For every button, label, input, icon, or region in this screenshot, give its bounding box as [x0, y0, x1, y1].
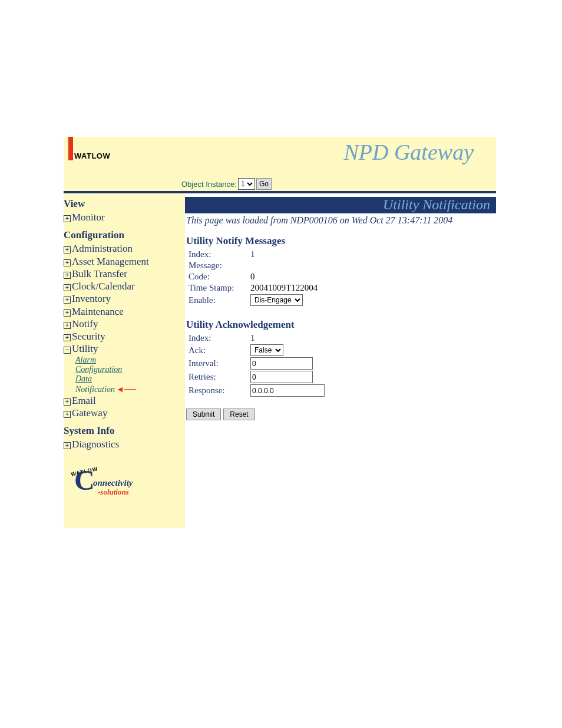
- sidebar-item-label: Monitor: [72, 212, 105, 223]
- instance-controls: Object Instance: 1 Go: [181, 178, 272, 190]
- sidebar: View +Monitor Configuration +Administrat…: [64, 193, 185, 528]
- submit-button[interactable]: Submit: [186, 409, 221, 420]
- sidebar-item-label: Email: [72, 395, 96, 406]
- sidebar-heading-configuration: Configuration: [64, 229, 181, 241]
- load-banner: This page was loaded from NDP000106 on W…: [185, 213, 496, 232]
- ack-interval-label: Interval:: [189, 358, 250, 368]
- sidebar-item-label: Diagnostics: [72, 439, 119, 450]
- notify-code-row: Code: 0: [185, 272, 496, 282]
- form-button-row: Submit Reset: [186, 409, 496, 420]
- expand-icon: +: [64, 442, 71, 449]
- sidebar-item-label: Asset Management: [72, 256, 149, 267]
- sidebar-item-utility[interactable]: −Utility: [64, 342, 181, 355]
- expand-icon: +: [64, 284, 71, 291]
- notify-timestamp-value: 20041009T122004: [250, 283, 318, 293]
- sidebar-item-maintenance[interactable]: +Maintenance: [64, 305, 181, 318]
- sub-link-notification[interactable]: Notification: [75, 385, 115, 394]
- notify-index-value: 1: [250, 249, 255, 259]
- ack-index-value: 1: [250, 333, 255, 343]
- sidebar-item-label: Security: [72, 331, 105, 342]
- ack-index-row: Index: 1: [185, 333, 496, 343]
- brand-text: WATLOW: [74, 151, 110, 160]
- footer-logo-c-icon: C: [74, 464, 95, 496]
- footer-logo: WATLOW C onnectivity -solutions: [70, 466, 152, 499]
- sidebar-item-label: Inventory: [72, 293, 111, 304]
- sidebar-item-clock-calendar[interactable]: +Clock/Calendar: [64, 280, 181, 292]
- expand-icon: +: [64, 297, 71, 304]
- expand-icon: +: [64, 259, 71, 266]
- arrow-left-icon: ◄──: [116, 385, 136, 394]
- notify-code-value: 0: [250, 272, 255, 282]
- page-title: Utility Notification: [185, 197, 496, 213]
- sidebar-item-label: Maintenance: [72, 306, 124, 317]
- expand-icon: +: [64, 272, 71, 279]
- notify-code-label: Code:: [189, 272, 250, 282]
- instance-label: Object Instance:: [181, 180, 237, 189]
- collapse-icon: −: [64, 347, 71, 354]
- brand-logo-bar: [68, 137, 73, 160]
- ack-ack-row: Ack: False: [185, 344, 496, 356]
- sidebar-heading-sysinfo: System Info: [64, 425, 181, 437]
- expand-icon: +: [64, 215, 71, 222]
- sub-link-alarm[interactable]: Alarm: [75, 355, 181, 365]
- section-ack-title: Utility Acknowledgement: [186, 319, 496, 331]
- header: WATLOW NPD Gateway Object Instance: 1 Go: [64, 137, 496, 193]
- expand-icon: +: [64, 246, 71, 253]
- expand-icon: +: [64, 309, 71, 317]
- sidebar-item-diagnostics[interactable]: +Diagnostics: [64, 438, 181, 450]
- sidebar-item-label: Bulk Transfer: [72, 268, 127, 279]
- sidebar-item-security[interactable]: +Security: [64, 330, 181, 342]
- ack-retries-row: Retries:: [185, 371, 496, 383]
- sidebar-item-asset-management[interactable]: +Asset Management: [64, 255, 181, 268]
- sidebar-item-administration[interactable]: +Administration: [64, 242, 181, 255]
- ack-response-input[interactable]: [250, 384, 325, 397]
- sidebar-item-email[interactable]: +Email: [64, 394, 181, 407]
- app-title: NPD Gateway: [343, 139, 474, 165]
- notify-index-label: Index:: [189, 249, 250, 259]
- notify-enable-label: Enable:: [189, 295, 250, 305]
- ack-interval-input[interactable]: [250, 357, 313, 370]
- sidebar-item-gateway[interactable]: +Gateway: [64, 407, 181, 419]
- ack-retries-label: Retries:: [189, 372, 250, 382]
- expand-icon: +: [64, 322, 71, 329]
- ack-response-row: Response:: [185, 384, 496, 397]
- ack-retries-input[interactable]: [250, 371, 313, 383]
- sub-link-configuration[interactable]: Configuration: [75, 365, 181, 374]
- sidebar-item-bulk-transfer[interactable]: +Bulk Transfer: [64, 268, 181, 280]
- ack-ack-label: Ack:: [189, 345, 250, 355]
- go-button[interactable]: Go: [256, 178, 272, 190]
- expand-icon: +: [64, 334, 71, 341]
- reset-button[interactable]: Reset: [223, 409, 254, 420]
- sidebar-item-label: Utility: [72, 343, 98, 354]
- expand-icon: +: [64, 411, 71, 418]
- notify-index-row: Index: 1: [185, 249, 496, 259]
- brand-logo: WATLOW: [68, 137, 110, 160]
- notify-message-row: Message:: [185, 261, 496, 271]
- sidebar-item-notify[interactable]: +Notify: [64, 318, 181, 330]
- notify-timestamp-label: Time Stamp:: [189, 283, 250, 293]
- sidebar-item-label: Notify: [72, 318, 98, 330]
- notify-enable-row: Enable: Dis-Engage: [185, 294, 496, 306]
- sidebar-item-inventory[interactable]: +Inventory: [64, 292, 181, 305]
- sidebar-heading-view: View: [64, 198, 181, 210]
- ack-index-label: Index:: [189, 333, 250, 343]
- notify-enable-select[interactable]: Dis-Engage: [250, 294, 303, 306]
- section-notify-title: Utility Notify Messages: [186, 235, 496, 247]
- footer-logo-solutions: -solutions: [98, 487, 129, 497]
- main-content: Utility Notification This page was loade…: [185, 193, 496, 528]
- footer-logo-connectivity: onnectivity: [93, 478, 133, 488]
- sidebar-item-monitor[interactable]: +Monitor: [64, 211, 181, 223]
- ack-interval-row: Interval:: [185, 357, 496, 370]
- sidebar-item-label: Gateway: [72, 407, 107, 419]
- expand-icon: +: [64, 398, 71, 406]
- notify-timestamp-row: Time Stamp: 20041009T122004: [185, 283, 496, 293]
- ack-response-label: Response:: [189, 386, 250, 396]
- notify-message-label: Message:: [189, 261, 250, 271]
- ack-ack-select[interactable]: False: [250, 344, 283, 356]
- sidebar-item-label: Clock/Calendar: [72, 281, 135, 292]
- instance-select[interactable]: 1: [238, 178, 255, 190]
- sidebar-item-label: Administration: [72, 243, 133, 254]
- sub-link-data[interactable]: Data: [75, 374, 181, 384]
